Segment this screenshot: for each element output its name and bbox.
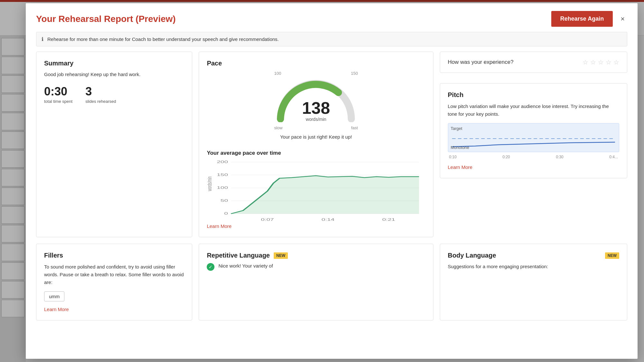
check-icon: ✓ xyxy=(207,263,214,271)
pitch-time-labels: 0:10 0:20 0:30 0:4... xyxy=(448,155,620,159)
body-lang-title: Body Language xyxy=(448,252,496,259)
gauge-range-labels: 100 150 xyxy=(274,71,358,76)
gauge-svg-container: 138 words/min xyxy=(274,77,358,125)
slides-label: slides rehearsed xyxy=(85,99,116,104)
svg-text:0:07: 0:07 xyxy=(261,218,274,222)
pace-card: Pace 100 150 xyxy=(199,52,433,237)
rating-section: How was your experience? ☆ ☆ ☆ ☆ ☆ xyxy=(440,52,628,73)
pitch-monotone-label: Monotone xyxy=(451,145,469,150)
rehearsal-report-modal: Your Rehearsal Report (Preview) Rehearse… xyxy=(26,3,638,359)
header-right: Rehearse Again × xyxy=(551,11,627,27)
right-column: How was your experience? ☆ ☆ ☆ ☆ ☆ Pitch… xyxy=(440,52,628,237)
repetitive-new-badge: NEW xyxy=(274,252,288,259)
slides-value: 3 xyxy=(85,85,116,98)
fillers-description: To sound more polished and confident, tr… xyxy=(44,263,184,286)
star-2[interactable]: ☆ xyxy=(590,58,596,66)
fillers-title: Fillers xyxy=(44,252,184,259)
svg-text:0:14: 0:14 xyxy=(322,218,335,222)
pace-title: Pace xyxy=(207,60,425,67)
svg-text:200: 200 xyxy=(217,160,228,164)
svg-text:50: 50 xyxy=(221,199,228,203)
gauge-label-150: 150 xyxy=(351,71,358,76)
repetitive-text: Nice work! Your variety of xyxy=(218,262,273,270)
summary-stats: 0:30 total time spent 3 slides rehearsed xyxy=(44,85,184,104)
rehearse-again-button[interactable]: Rehearse Again xyxy=(551,11,613,27)
pitch-description: Low pitch variation will make your audie… xyxy=(448,103,620,118)
repetitive-title-row: Repetitive Language NEW xyxy=(207,252,425,259)
pitch-title: Pitch xyxy=(448,91,620,99)
time-stat: 0:30 total time spent xyxy=(44,85,72,104)
pitch-chart-svg xyxy=(452,134,615,153)
summary-title: Summary xyxy=(44,60,184,67)
gauge-slow-label: slow xyxy=(274,125,282,130)
pitch-chart: Target Monotone xyxy=(448,123,620,152)
repetitive-card: Repetitive Language NEW ✓ Nice work! You… xyxy=(199,244,433,320)
gauge-fast-label: fast xyxy=(351,125,358,130)
pitch-time-0-30: 0:30 xyxy=(556,155,563,159)
top-cards-row: Summary Good job rehearsing! Keep up the… xyxy=(36,52,627,237)
star-rating[interactable]: ☆ ☆ ☆ ☆ ☆ xyxy=(582,58,619,66)
body-language-card: Body Language NEW Suggestions for a more… xyxy=(440,244,628,320)
svg-text:0: 0 xyxy=(224,211,228,216)
pitch-card: Pitch Low pitch variation will make your… xyxy=(440,83,628,178)
summary-card: Summary Good job rehearsing! Keep up the… xyxy=(36,52,192,237)
body-lang-title-row: Body Language NEW xyxy=(448,252,620,259)
body-lang-description: Suggestions for a more engaging presenta… xyxy=(448,263,620,270)
filler-word-umm: umm xyxy=(44,291,64,301)
avg-pace-title: Your average pace over time xyxy=(207,150,425,156)
svg-text:words/min: words/min xyxy=(207,176,213,191)
time-value: 0:30 xyxy=(44,85,72,98)
modal-title: Your Rehearsal Report (Preview) xyxy=(36,14,176,24)
pace-chart-svg: 200 150 100 50 0 0:07 0:14 xyxy=(207,159,425,223)
pace-gauge-container: 100 150 138 words/min xyxy=(207,71,425,130)
pitch-time-0-20: 0:20 xyxy=(502,155,510,159)
gauge-footer: slow fast xyxy=(274,125,358,130)
fillers-card: Fillers To sound more polished and confi… xyxy=(36,244,192,320)
svg-text:100: 100 xyxy=(217,186,228,190)
gauge-label-100: 100 xyxy=(274,71,281,76)
pace-message: Your pace is just right! Keep it up! xyxy=(207,134,425,140)
pitch-learn-more-link[interactable]: Learn More xyxy=(448,164,473,170)
svg-text:0:21: 0:21 xyxy=(382,218,395,222)
body-lang-new-badge: NEW xyxy=(605,252,619,259)
star-3[interactable]: ☆ xyxy=(598,58,604,66)
info-message: Rehearse for more than one minute for Co… xyxy=(47,36,279,42)
gauge-number: 138 xyxy=(302,100,330,116)
repetitive-title: Repetitive Language xyxy=(207,252,270,259)
rating-question: How was your experience? xyxy=(448,59,578,65)
star-5[interactable]: ☆ xyxy=(613,58,619,66)
pitch-time-0-4x: 0:4... xyxy=(609,155,618,159)
fillers-learn-more-link[interactable]: Learn More xyxy=(44,307,69,312)
pace-chart-container: 200 150 100 50 0 0:07 0:14 xyxy=(207,159,425,223)
avg-pace-section: Your average pace over time 200 xyxy=(207,146,425,229)
time-label: total time spent xyxy=(44,99,72,104)
svg-marker-10 xyxy=(231,176,419,214)
repetitive-item: ✓ Nice work! Your variety of xyxy=(207,262,425,271)
close-button[interactable]: × xyxy=(618,14,627,24)
bottom-cards-row: Fillers To sound more polished and confi… xyxy=(36,244,627,320)
svg-text:150: 150 xyxy=(217,173,228,177)
pitch-target-label: Target xyxy=(451,126,462,131)
gauge-unit: words/min xyxy=(306,117,327,122)
summary-description: Good job rehearsing! Keep up the hard wo… xyxy=(44,71,184,78)
modal-header: Your Rehearsal Report (Preview) Rehearse… xyxy=(26,3,638,32)
modal-body[interactable]: Summary Good job rehearsing! Keep up the… xyxy=(26,52,638,359)
gauge-value: 138 words/min xyxy=(302,100,330,122)
info-bar: ℹ Rehearse for more than one minute for … xyxy=(36,32,627,46)
pace-learn-more-link[interactable]: Learn More xyxy=(207,223,232,229)
pitch-time-0-10: 0:10 xyxy=(449,155,457,159)
star-1[interactable]: ☆ xyxy=(582,58,588,66)
info-icon: ℹ xyxy=(42,36,43,42)
slides-stat: 3 slides rehearsed xyxy=(85,85,116,104)
star-4[interactable]: ☆ xyxy=(606,58,611,66)
